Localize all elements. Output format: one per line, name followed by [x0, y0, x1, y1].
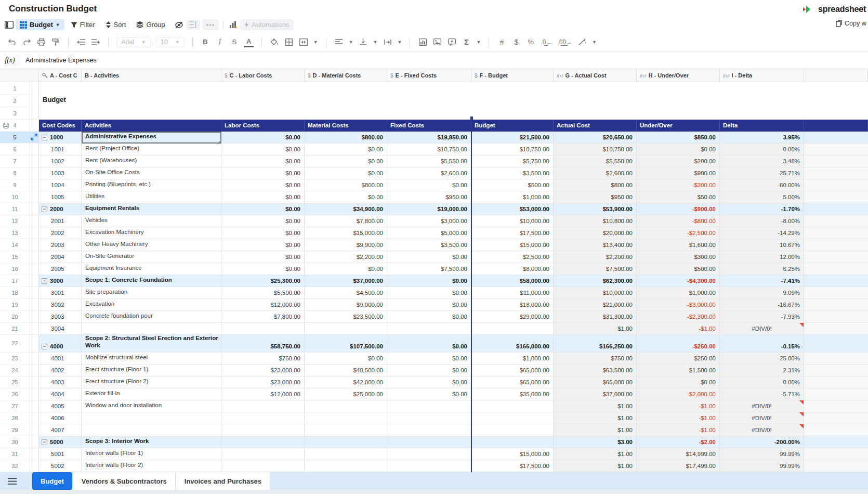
- row-number[interactable]: 6: [0, 144, 30, 155]
- cost-code-cell[interactable]: −3000: [39, 275, 82, 287]
- value-cell[interactable]: $0.00: [387, 251, 471, 263]
- value-cell[interactable]: $0.00: [221, 132, 305, 144]
- redo-icon[interactable]: [22, 37, 31, 47]
- value-cell[interactable]: $166,000.00: [471, 335, 554, 353]
- cost-code-cell[interactable]: 1001: [39, 144, 82, 155]
- value-cell[interactable]: $31,300.00: [554, 311, 637, 323]
- value-cell[interactable]: [387, 412, 471, 424]
- value-cell[interactable]: [305, 400, 387, 412]
- row-number[interactable]: 30: [0, 436, 30, 448]
- value-cell[interactable]: $10,750.00: [471, 144, 554, 155]
- row-number[interactable]: 26: [0, 388, 30, 400]
- value-cell[interactable]: [387, 436, 471, 448]
- frozen-pane-divider[interactable]: [471, 120, 472, 472]
- value-cell[interactable]: $0.00: [221, 167, 305, 179]
- value-cell[interactable]: $53,900.00: [554, 203, 637, 215]
- value-cell[interactable]: -5.71%: [720, 388, 804, 400]
- value-cell[interactable]: $65,000.00: [471, 365, 554, 376]
- value-cell[interactable]: -$900.00: [637, 203, 720, 215]
- value-cell[interactable]: $34,900.00: [305, 203, 387, 215]
- value-cell[interactable]: $0.00: [387, 376, 471, 388]
- activity-cell[interactable]: Excavation Machinery: [82, 227, 221, 239]
- value-cell[interactable]: #DIV/0!: [720, 412, 804, 424]
- activity-cell[interactable]: Excavation: [82, 299, 221, 311]
- row-number[interactable]: 12: [0, 215, 30, 227]
- value-cell[interactable]: -$4,300.00: [637, 275, 720, 287]
- column-header-i[interactable]: f(x)I - Delta: [720, 69, 804, 82]
- value-cell[interactable]: -$2.00: [637, 436, 720, 448]
- value-cell[interactable]: 25.71%: [720, 167, 804, 179]
- value-cell[interactable]: $166,250.00: [554, 335, 637, 353]
- cost-code-cell[interactable]: 2001: [39, 215, 82, 227]
- insert-image-icon[interactable]: [432, 37, 442, 47]
- value-cell[interactable]: $3.00: [554, 436, 637, 448]
- table-header-cell[interactable]: Material Costs: [305, 120, 387, 132]
- value-cell[interactable]: $0.00: [387, 388, 471, 400]
- column-header-g[interactable]: f(x)G - Actual Cost: [554, 69, 637, 82]
- column-header-e[interactable]: $E - Fixed Costs: [387, 69, 471, 82]
- value-cell[interactable]: $19,000.00: [387, 203, 471, 215]
- value-cell[interactable]: $3,000.00: [387, 215, 471, 227]
- column-header-c[interactable]: $C - Labor Costs: [221, 69, 305, 82]
- value-cell[interactable]: $950.00: [387, 191, 471, 203]
- value-cell[interactable]: $5,550.00: [387, 155, 471, 167]
- paint-format-icon[interactable]: [51, 37, 60, 47]
- table-header-cell[interactable]: Under/Over: [637, 120, 720, 132]
- cost-code-cell[interactable]: 3003: [39, 311, 82, 323]
- value-cell[interactable]: $21,500.00: [471, 132, 554, 144]
- insert-chart-icon[interactable]: [418, 37, 427, 47]
- value-cell[interactable]: $37,000.00: [305, 275, 387, 287]
- value-cell[interactable]: -$1.00: [637, 412, 720, 424]
- value-cell[interactable]: $29,000.00: [471, 311, 554, 323]
- activity-cell[interactable]: Utilities: [82, 191, 221, 203]
- cost-code-cell[interactable]: 1005: [39, 191, 82, 203]
- value-cell[interactable]: $20,650.00: [554, 132, 637, 144]
- value-cell[interactable]: $1,500.00: [637, 365, 720, 376]
- sheet-title-area[interactable]: Budget: [39, 82, 868, 120]
- value-cell[interactable]: $10,750.00: [387, 144, 471, 155]
- value-cell[interactable]: $58,750.00: [221, 335, 305, 353]
- row-number[interactable]: 7: [0, 155, 30, 167]
- activity-cell[interactable]: Erect structure (Floor 1): [82, 365, 221, 376]
- insert-comment-icon[interactable]: [447, 37, 456, 47]
- value-cell[interactable]: $0.00: [305, 263, 387, 275]
- value-cell[interactable]: $17,500.00: [471, 460, 554, 472]
- formula-bar-value[interactable]: Administrative Expenses: [20, 57, 97, 64]
- row-number[interactable]: 13: [0, 227, 30, 239]
- activity-cell[interactable]: Site preparation: [82, 287, 221, 299]
- value-cell[interactable]: 2.31%: [720, 365, 804, 376]
- activity-cell[interactable]: [82, 412, 221, 424]
- value-cell[interactable]: [305, 436, 387, 448]
- value-cell[interactable]: 99.99%: [720, 448, 804, 460]
- cost-code-cell[interactable]: 2003: [39, 239, 82, 251]
- sidebar-toggle-icon[interactable]: [4, 20, 14, 30]
- activity-cell[interactable]: Scope 2: Structural Steel Erection and E…: [82, 335, 221, 353]
- activity-cell[interactable]: On-Site Office Costs: [82, 167, 221, 179]
- chevron-down-icon[interactable]: ▼: [349, 40, 353, 45]
- value-cell[interactable]: $0.00: [221, 203, 305, 215]
- cost-code-cell[interactable]: 5002: [39, 460, 82, 472]
- select-all-corner[interactable]: [0, 69, 39, 82]
- strikethrough-button[interactable]: S: [230, 37, 239, 47]
- worksheet-tab-vendors-subcontractors[interactable]: Vendors & Subcontractors: [73, 472, 175, 490]
- value-cell[interactable]: $0.00: [305, 353, 387, 365]
- value-cell[interactable]: -60.00%: [720, 179, 804, 191]
- activity-cell[interactable]: Interior walls (Floor 1): [82, 448, 221, 460]
- value-cell[interactable]: [221, 436, 305, 448]
- value-cell[interactable]: $1,600.00: [637, 239, 720, 251]
- value-cell[interactable]: $18,000.00: [471, 299, 554, 311]
- value-cell[interactable]: $0.00: [387, 275, 471, 287]
- value-cell[interactable]: 9.09%: [720, 287, 804, 299]
- value-cell[interactable]: $0.00: [305, 155, 387, 167]
- value-cell[interactable]: 3.48%: [720, 155, 804, 167]
- italic-button[interactable]: I: [215, 37, 225, 47]
- cost-code-cell[interactable]: 3004: [39, 323, 82, 335]
- activity-cell[interactable]: Erect structure (Floor 2): [82, 376, 221, 388]
- value-cell[interactable]: $21,000.00: [554, 299, 637, 311]
- value-cell[interactable]: [221, 400, 305, 412]
- increase-decimal-icon[interactable]: .0̲0̲→: [557, 37, 572, 47]
- text-wrap-icon[interactable]: [383, 37, 392, 47]
- activity-cell[interactable]: Administrative Expenses: [82, 132, 221, 144]
- value-cell[interactable]: $0.00: [221, 263, 305, 275]
- row-number[interactable]: 19: [0, 299, 30, 311]
